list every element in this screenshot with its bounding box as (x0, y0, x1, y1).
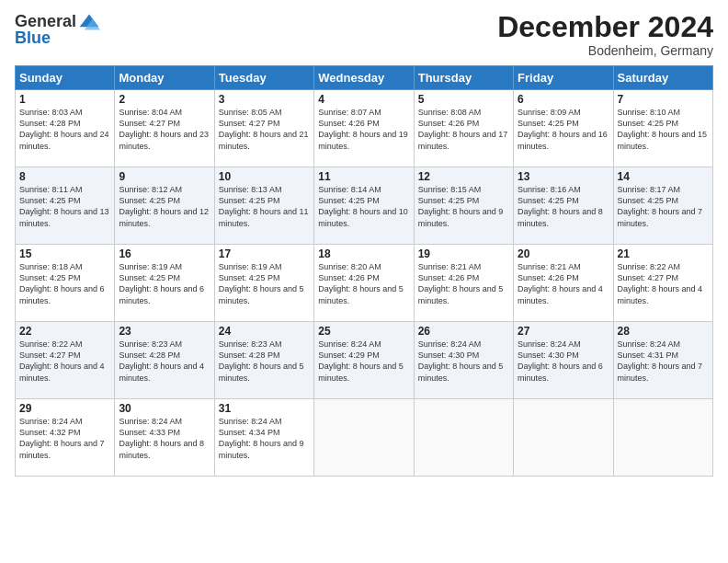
calendar-cell: 8Sunrise: 8:11 AMSunset: 4:25 PMDaylight… (16, 167, 115, 245)
day-info: Sunrise: 8:23 AMSunset: 4:28 PMDaylight:… (219, 339, 310, 384)
day-number: 14 (618, 170, 709, 183)
day-number: 18 (318, 247, 409, 260)
day-info: Sunrise: 8:19 AMSunset: 4:25 PMDaylight:… (119, 261, 210, 306)
day-number: 11 (318, 170, 409, 183)
page: General Blue December 2024 Bodenheim, Ge… (0, 0, 728, 563)
day-number: 19 (418, 247, 509, 260)
day-info: Sunrise: 8:17 AMSunset: 4:25 PMDaylight:… (618, 184, 709, 229)
calendar-cell: 15Sunrise: 8:18 AMSunset: 4:25 PMDayligh… (16, 245, 115, 322)
day-number: 10 (219, 170, 310, 183)
week-row-4: 22Sunrise: 8:22 AMSunset: 4:27 PMDayligh… (16, 322, 713, 399)
day-number: 31 (219, 402, 310, 415)
day-number: 3 (219, 93, 310, 106)
calendar-cell: 3Sunrise: 8:05 AMSunset: 4:27 PMDaylight… (214, 90, 313, 167)
calendar: SundayMondayTuesdayWednesdayThursdayFrid… (15, 65, 713, 477)
day-info: Sunrise: 8:07 AMSunset: 4:26 PMDaylight:… (318, 107, 409, 152)
calendar-cell (414, 399, 513, 477)
calendar-cell: 11Sunrise: 8:14 AMSunset: 4:25 PMDayligh… (314, 167, 414, 245)
day-number: 25 (318, 325, 409, 338)
day-info: Sunrise: 8:14 AMSunset: 4:25 PMDaylight:… (318, 184, 409, 229)
day-info: Sunrise: 8:22 AMSunset: 4:27 PMDaylight:… (618, 261, 709, 306)
week-row-2: 8Sunrise: 8:11 AMSunset: 4:25 PMDaylight… (16, 167, 713, 245)
day-number: 4 (318, 93, 409, 106)
day-number: 6 (518, 93, 609, 106)
day-number: 22 (19, 325, 110, 338)
calendar-cell: 23Sunrise: 8:23 AMSunset: 4:28 PMDayligh… (115, 322, 214, 399)
day-info: Sunrise: 8:10 AMSunset: 4:25 PMDaylight:… (618, 107, 709, 152)
calendar-cell: 7Sunrise: 8:10 AMSunset: 4:25 PMDaylight… (613, 90, 712, 167)
day-info: Sunrise: 8:23 AMSunset: 4:28 PMDaylight:… (119, 339, 210, 384)
calendar-cell: 30Sunrise: 8:24 AMSunset: 4:33 PMDayligh… (115, 399, 214, 477)
day-info: Sunrise: 8:21 AMSunset: 4:26 PMDaylight:… (418, 261, 509, 306)
calendar-cell: 20Sunrise: 8:21 AMSunset: 4:26 PMDayligh… (514, 245, 613, 322)
calendar-cell (314, 399, 414, 477)
day-number: 24 (219, 325, 310, 338)
day-number: 7 (618, 93, 709, 106)
day-info: Sunrise: 8:24 AMSunset: 4:30 PMDaylight:… (418, 339, 509, 384)
calendar-cell: 27Sunrise: 8:24 AMSunset: 4:30 PMDayligh… (514, 322, 613, 399)
day-number: 29 (19, 402, 110, 415)
day-info: Sunrise: 8:24 AMSunset: 4:31 PMDaylight:… (618, 339, 709, 384)
header-friday: Friday (514, 66, 613, 90)
calendar-cell: 25Sunrise: 8:24 AMSunset: 4:29 PMDayligh… (314, 322, 414, 399)
subtitle: Bodenheim, Germany (497, 43, 713, 58)
calendar-cell: 2Sunrise: 8:04 AMSunset: 4:27 PMDaylight… (115, 90, 214, 167)
day-info: Sunrise: 8:20 AMSunset: 4:26 PMDaylight:… (318, 261, 409, 306)
day-info: Sunrise: 8:18 AMSunset: 4:25 PMDaylight:… (19, 261, 110, 306)
day-info: Sunrise: 8:19 AMSunset: 4:25 PMDaylight:… (219, 261, 310, 306)
header-wednesday: Wednesday (314, 66, 414, 90)
day-info: Sunrise: 8:24 AMSunset: 4:32 PMDaylight:… (19, 416, 110, 461)
day-info: Sunrise: 8:24 AMSunset: 4:29 PMDaylight:… (318, 339, 409, 384)
day-number: 8 (19, 170, 110, 183)
calendar-cell (613, 399, 712, 477)
day-number: 17 (219, 247, 310, 260)
calendar-cell: 22Sunrise: 8:22 AMSunset: 4:27 PMDayligh… (16, 322, 115, 399)
day-info: Sunrise: 8:16 AMSunset: 4:25 PMDaylight:… (518, 184, 609, 229)
day-number: 20 (518, 247, 609, 260)
day-info: Sunrise: 8:11 AMSunset: 4:25 PMDaylight:… (19, 184, 110, 229)
week-row-1: 1Sunrise: 8:03 AMSunset: 4:28 PMDaylight… (16, 90, 713, 167)
day-info: Sunrise: 8:12 AMSunset: 4:25 PMDaylight:… (119, 184, 210, 229)
calendar-header-row: SundayMondayTuesdayWednesdayThursdayFrid… (16, 66, 713, 90)
title-block: December 2024 Bodenheim, Germany (497, 11, 713, 58)
day-number: 1 (19, 93, 110, 106)
day-number: 26 (418, 325, 509, 338)
day-info: Sunrise: 8:24 AMSunset: 4:30 PMDaylight:… (518, 339, 609, 384)
day-number: 21 (618, 247, 709, 260)
calendar-cell: 21Sunrise: 8:22 AMSunset: 4:27 PMDayligh… (613, 245, 712, 322)
header-thursday: Thursday (414, 66, 513, 90)
day-info: Sunrise: 8:04 AMSunset: 4:27 PMDaylight:… (119, 107, 210, 152)
header-sunday: Sunday (16, 66, 115, 90)
calendar-cell: 18Sunrise: 8:20 AMSunset: 4:26 PMDayligh… (314, 245, 414, 322)
calendar-cell: 17Sunrise: 8:19 AMSunset: 4:25 PMDayligh… (214, 245, 313, 322)
calendar-cell: 5Sunrise: 8:08 AMSunset: 4:26 PMDaylight… (414, 90, 513, 167)
day-number: 28 (618, 325, 709, 338)
day-info: Sunrise: 8:15 AMSunset: 4:25 PMDaylight:… (418, 184, 509, 229)
day-info: Sunrise: 8:24 AMSunset: 4:33 PMDaylight:… (119, 416, 210, 461)
calendar-cell: 31Sunrise: 8:24 AMSunset: 4:34 PMDayligh… (214, 399, 313, 477)
calendar-cell: 19Sunrise: 8:21 AMSunset: 4:26 PMDayligh… (414, 245, 513, 322)
day-number: 23 (119, 325, 210, 338)
month-title: December 2024 (497, 11, 713, 43)
day-number: 12 (418, 170, 509, 183)
calendar-cell: 1Sunrise: 8:03 AMSunset: 4:28 PMDaylight… (16, 90, 115, 167)
calendar-cell: 29Sunrise: 8:24 AMSunset: 4:32 PMDayligh… (16, 399, 115, 477)
calendar-cell: 28Sunrise: 8:24 AMSunset: 4:31 PMDayligh… (613, 322, 712, 399)
header-tuesday: Tuesday (214, 66, 313, 90)
header: General Blue December 2024 Bodenheim, Ge… (15, 11, 713, 58)
calendar-cell: 16Sunrise: 8:19 AMSunset: 4:25 PMDayligh… (115, 245, 214, 322)
day-number: 2 (119, 93, 210, 106)
calendar-cell: 4Sunrise: 8:07 AMSunset: 4:26 PMDaylight… (314, 90, 414, 167)
day-info: Sunrise: 8:05 AMSunset: 4:27 PMDaylight:… (219, 107, 310, 152)
day-number: 27 (518, 325, 609, 338)
logo-blue-text: Blue (15, 29, 51, 47)
day-info: Sunrise: 8:24 AMSunset: 4:34 PMDaylight:… (219, 416, 310, 461)
calendar-cell: 6Sunrise: 8:09 AMSunset: 4:25 PMDaylight… (514, 90, 613, 167)
day-number: 5 (418, 93, 509, 106)
calendar-cell (514, 399, 613, 477)
day-number: 13 (518, 170, 609, 183)
day-info: Sunrise: 8:21 AMSunset: 4:26 PMDaylight:… (518, 261, 609, 306)
day-info: Sunrise: 8:13 AMSunset: 4:25 PMDaylight:… (219, 184, 310, 229)
day-info: Sunrise: 8:09 AMSunset: 4:25 PMDaylight:… (518, 107, 609, 152)
calendar-cell: 13Sunrise: 8:16 AMSunset: 4:25 PMDayligh… (514, 167, 613, 245)
